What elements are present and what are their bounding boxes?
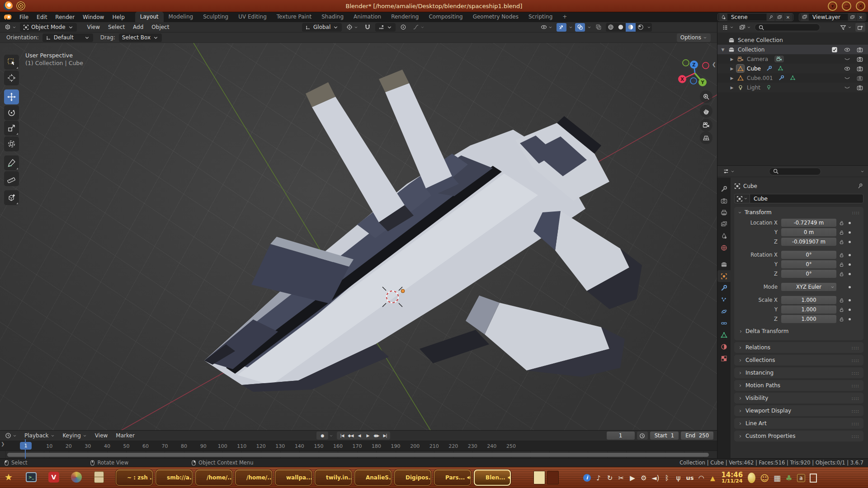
timeline-expand-caret[interactable]: ❯: [1, 441, 5, 446]
timeline-ruler[interactable]: 1020304050607080901001101201301401501601…: [0, 441, 717, 451]
animate-dot[interactable]: [846, 263, 853, 266]
scene[interactable]: [717, 230, 731, 242]
sync-icon[interactable]: ↻: [606, 474, 613, 482]
particles[interactable]: [717, 294, 731, 305]
task-home-1[interactable]: /home/...: [195, 469, 232, 486]
outliner-item-name[interactable]: Light: [747, 84, 760, 91]
move-tool[interactable]: [4, 89, 19, 104]
task-wallpaper[interactable]: wallpa...: [275, 469, 312, 486]
disclosure-closed-icon[interactable]: ▶: [729, 57, 735, 61]
workspace-tab[interactable]: Layout: [135, 12, 164, 22]
measure-tool[interactable]: [4, 171, 19, 186]
breadcrumb-object-name[interactable]: Cube: [743, 183, 757, 189]
proportional-falloff-dropdown[interactable]: [411, 23, 426, 31]
shading-rendered-button[interactable]: [636, 23, 646, 32]
outliner-filter-dropdown[interactable]: [838, 23, 854, 32]
clock[interactable]: 14:46 1/11/24: [721, 472, 743, 484]
disclosure-closed-icon[interactable]: ▶: [729, 76, 735, 80]
mesh-data-icon[interactable]: [778, 66, 783, 71]
prev-frame-button[interactable]: ◀: [355, 432, 363, 440]
transform-value-field[interactable]: 0°: [781, 270, 836, 278]
scale-tool[interactable]: [4, 121, 19, 136]
current-frame-field[interactable]: 1: [607, 432, 635, 440]
pin-scene-icon[interactable]: [767, 14, 775, 21]
task-pars[interactable]: Pars...: [434, 469, 471, 486]
outliner-search[interactable]: [755, 23, 820, 31]
hide-eye-open-icon[interactable]: [842, 66, 853, 72]
timeline-menu-item[interactable]: View: [91, 431, 112, 440]
outliner-item-name[interactable]: Camera: [747, 56, 768, 62]
material[interactable]: [717, 341, 731, 352]
viewlayer[interactable]: [717, 218, 731, 230]
lock-icon[interactable]: [836, 262, 846, 267]
animate-dot[interactable]: [846, 309, 853, 311]
transform-value-field[interactable]: 0°: [781, 251, 836, 259]
outliner-item-name[interactable]: Collection: [738, 47, 764, 53]
object[interactable]: [717, 270, 731, 282]
terminal-launcher-icon[interactable]: >_: [25, 471, 37, 483]
task-digipos[interactable]: Digipos...: [394, 469, 431, 486]
new-collection-button[interactable]: [855, 23, 865, 32]
workspace-tab[interactable]: Shading: [316, 12, 349, 22]
workspace-tab[interactable]: Compositing: [424, 12, 467, 22]
texture[interactable]: [717, 352, 731, 364]
task-twily[interactable]: twily.in...: [315, 469, 352, 486]
timeline-menu-item[interactable]: Keying: [59, 431, 91, 440]
camera-data-badge[interactable]: [774, 56, 784, 62]
select-box-tool[interactable]: [4, 55, 19, 70]
disclosure-closed-icon[interactable]: ▶: [729, 66, 735, 71]
properties-search-input[interactable]: [781, 169, 817, 174]
modifier-wrench-icon[interactable]: [778, 75, 784, 81]
workspace-tab[interactable]: Sculpting: [198, 12, 233, 22]
camera-view-button[interactable]: [700, 119, 712, 131]
timeline-menu-item[interactable]: Marker: [112, 431, 138, 440]
tool[interactable]: [717, 183, 731, 195]
gizmos-dropdown-icon[interactable]: [569, 25, 573, 29]
outliner-row[interactable]: ▼ Collection: [717, 45, 868, 54]
settings-icon[interactable]: ⚙: [640, 474, 647, 482]
usb-icon[interactable]: ψ: [675, 474, 682, 482]
viewport-menu-item[interactable]: Select: [104, 23, 129, 32]
task-home-2[interactable]: /home/...: [235, 469, 272, 486]
options-dropdown[interactable]: Options: [677, 33, 711, 42]
viewlayer-icon[interactable]: [801, 14, 809, 21]
outliner-item-name[interactable]: Scene Collection: [738, 37, 783, 43]
object-id-dropdown[interactable]: [734, 194, 750, 203]
snap-target-dropdown[interactable]: [375, 23, 396, 32]
browser-launcher-icon[interactable]: V: [48, 471, 60, 483]
menu-star-icon[interactable]: ★: [3, 471, 14, 483]
outliner-display-mode-dropdown[interactable]: [720, 23, 736, 32]
hide-eye-closed-icon[interactable]: [842, 84, 853, 91]
current-frame-pill[interactable]: 1: [20, 442, 32, 450]
render-visibility-icon[interactable]: [854, 66, 865, 72]
collapsed-panel-header[interactable]: Visibility ::::: [734, 393, 863, 404]
transform-value-field[interactable]: XYZ Euler: [781, 283, 836, 291]
keyboard-layout[interactable]: us: [686, 474, 693, 481]
stopwatch-icon[interactable]: [637, 432, 648, 440]
light-data-icon[interactable]: [766, 84, 772, 90]
collapsed-panel-header[interactable]: Instancing ::::: [734, 367, 863, 378]
shading-wireframe-button[interactable]: [606, 23, 616, 32]
workspace-tab[interactable]: Modeling: [164, 12, 198, 22]
gizmos-toggle[interactable]: [557, 23, 566, 32]
toggle-ortho-button[interactable]: [700, 131, 712, 144]
workspace-tab[interactable]: Animation: [349, 12, 386, 22]
properties-search[interactable]: [769, 168, 821, 175]
transform-panel-header[interactable]: Transform ::::: [734, 207, 863, 218]
zoom-view-button[interactable]: [700, 90, 712, 103]
outliner-item-name[interactable]: Cube: [747, 66, 761, 72]
play-button[interactable]: ▶: [363, 432, 372, 440]
modifiers[interactable]: [717, 282, 731, 294]
workspace-1-cell[interactable]: [533, 471, 545, 484]
collection[interactable]: [717, 258, 731, 270]
animate-dot[interactable]: [846, 241, 853, 243]
timeline-scrollbar[interactable]: [7, 453, 709, 457]
overlays-toggle[interactable]: [575, 23, 585, 32]
play-circle-icon[interactable]: ▶: [629, 474, 636, 482]
rotate-tool[interactable]: [4, 105, 19, 120]
lock-icon[interactable]: [836, 239, 846, 244]
lamp-icon[interactable]: [748, 473, 755, 483]
sidebar-collapse-arrow[interactable]: ❮: [712, 61, 716, 67]
render-visibility-icon[interactable]: [854, 47, 865, 53]
globe-launcher-icon[interactable]: [71, 471, 82, 483]
